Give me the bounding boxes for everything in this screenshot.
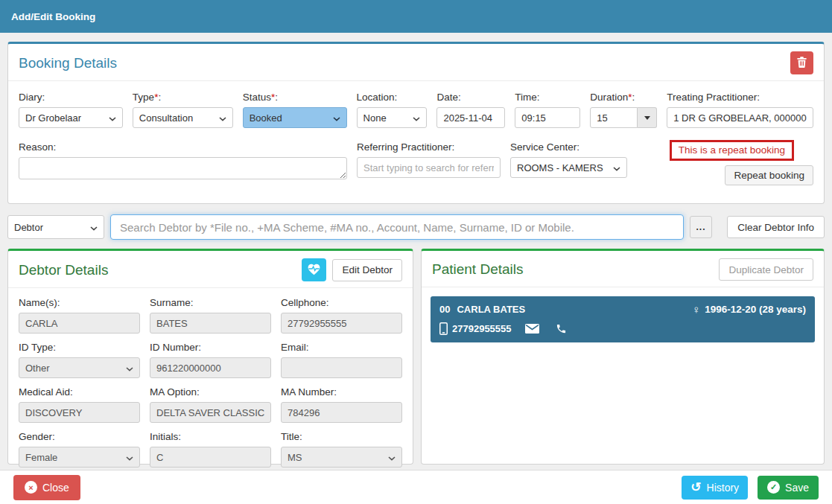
title-label: Title: [281,431,402,442]
reason-field: Reason: [19,140,347,185]
ma-option-field: MA Option: [150,385,271,423]
ma-number-field: MA Number: [281,385,402,423]
date-label: Date: [436,92,505,103]
duration-dropdown-button[interactable] [638,107,657,128]
booking-details-title: Booking Details [19,55,117,71]
service-center-select[interactable]: ROOMS - KAMERS [510,157,627,178]
patient-details-panel: Patient Details Duplicate Debtor 00CARLA… [421,249,825,465]
details-panels-row: Debtor Details Edit Debtor [7,249,825,465]
chevron-down-icon [333,112,340,124]
duration-field: Duration*: [590,90,657,128]
booking-details-header: Booking Details [8,44,824,81]
chevron-down-icon [109,112,116,124]
patient-details-title: Patient Details [432,261,524,278]
phone-icon[interactable] [556,323,567,334]
debtor-details-panel: Debtor Details Edit Debtor [7,249,413,465]
debtor-fields-grid: Name(s): Surname: Cellphone: ID Type: Ot… [8,288,413,475]
close-button[interactable]: × Close [13,475,80,500]
surname-input[interactable] [150,313,271,334]
status-field: Status*: Booked [243,90,347,128]
id-number-label: ID Number: [150,342,271,353]
time-input[interactable] [515,107,580,128]
edit-debtor-button[interactable]: Edit Debtor [332,259,402,281]
clear-debtor-info-button[interactable]: Clear Debtor Info [727,216,825,238]
debtor-search-input[interactable] [110,214,684,240]
chevron-down-icon [413,112,420,124]
date-input[interactable] [436,107,505,128]
cellphone-field: Cellphone: [281,296,402,334]
ma-option-input[interactable] [150,402,271,423]
chevron-down-icon [613,162,620,173]
gender-field: Gender: Female [19,430,140,468]
duplicate-debtor-button[interactable]: Duplicate Debtor [719,258,813,281]
patient-name: 00CARLA BATES [439,304,525,315]
treating-practitioner-input[interactable] [667,107,813,128]
diary-label: Diary: [19,92,123,103]
chevron-down-icon [126,452,133,463]
search-category-select[interactable]: Debtor [7,215,104,239]
name-field: Name(s): [19,296,140,334]
referring-practitioner-field: Referring Practitioner: [357,140,501,185]
female-icon: ♀ [692,303,700,316]
cellphone-label: Cellphone: [281,297,402,308]
duration-label: Duration*: [590,92,657,103]
initials-input[interactable] [150,447,271,468]
status-select[interactable]: Booked [243,107,347,128]
ma-number-input[interactable] [281,402,402,423]
id-type-field: ID Type: Other [19,340,140,378]
search-more-button[interactable]: ... [690,216,712,238]
medical-aid-field: Medical Aid: [19,385,140,423]
booking-row-1: Diary: Dr Grobelaar Type*: Consultation … [19,90,813,128]
history-button[interactable]: ↺ History [682,476,748,500]
gender-select[interactable]: Female [19,447,140,468]
ma-number-label: MA Number: [281,386,402,398]
service-center-field: Service Center: ROOMS - KAMERS [510,140,627,185]
ma-option-label: MA Option: [150,386,271,398]
reason-label: Reason: [19,141,347,153]
medical-aid-check-button[interactable] [302,258,326,281]
referring-practitioner-input[interactable] [357,157,501,178]
caret-down-icon [644,116,650,120]
location-select[interactable]: None [357,107,428,128]
type-field: Type*: Consultation [133,90,233,128]
id-number-input[interactable] [150,357,271,378]
chevron-down-icon [219,112,226,124]
id-number-field: ID Number: [150,340,271,378]
location-label: Location: [357,92,428,103]
chevron-down-icon [388,452,396,463]
booking-details-body: Diary: Dr Grobelaar Type*: Consultation … [8,81,824,203]
chevron-down-icon [126,363,133,374]
save-button[interactable]: ✓ Save [758,476,819,500]
surname-label: Surname: [150,297,271,308]
initials-field: Initials: [150,430,271,468]
title-select[interactable]: MS [281,447,402,468]
surname-field: Surname: [150,296,271,334]
email-icon[interactable] [525,324,539,334]
diary-select[interactable]: Dr Grobelaar [19,107,123,128]
cellphone-input[interactable] [281,313,402,334]
medical-aid-input[interactable] [19,402,140,423]
close-icon: × [25,481,37,494]
delete-booking-button[interactable] [790,51,813,74]
patient-details-header: Patient Details Duplicate Debtor [422,251,824,287]
name-input[interactable] [19,313,140,334]
repeat-booking-block: This is a repeat booking Repeat booking [637,140,813,185]
repeat-booking-button[interactable]: Repeat booking [725,165,813,185]
check-icon: ✓ [767,481,780,494]
type-select[interactable]: Consultation [133,107,233,128]
chevron-down-icon [90,222,98,233]
initials-label: Initials: [150,431,271,442]
treating-practitioner-label: Treating Practitioner: [667,92,813,103]
email-input[interactable] [281,357,402,378]
status-label: Status*: [243,92,347,103]
time-field: Time: [515,90,580,128]
patient-banner[interactable]: 00CARLA BATES ♀ 1996-12-20 (28 years) 27… [431,296,815,342]
id-type-select[interactable]: Other [19,357,140,378]
reason-textarea[interactable] [19,157,347,179]
duration-input[interactable] [590,107,638,128]
heartbeat-icon [307,263,321,278]
window-title: Add/Edit Booking [11,11,95,22]
diary-field: Diary: Dr Grobelaar [19,90,123,128]
repeat-booking-notice: This is a repeat booking [670,140,794,161]
gender-label: Gender: [19,431,140,442]
